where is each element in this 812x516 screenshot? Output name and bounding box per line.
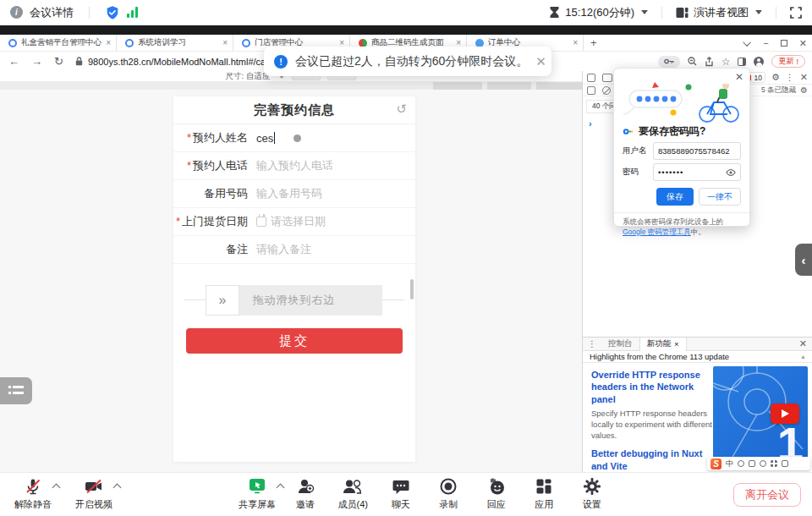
hourglass-timer-icon <box>549 6 560 19</box>
scrollbar-up-icon[interactable]: ▲ <box>800 354 806 360</box>
tab-close-icon[interactable]: × <box>573 38 578 47</box>
tab-close-icon[interactable]: × <box>674 339 679 349</box>
video-options-caret[interactable] <box>113 484 122 492</box>
tab-close-icon[interactable]: × <box>106 38 111 47</box>
tab-favicon <box>242 39 250 47</box>
form-row-phone[interactable]: *预约人电话 输入预约人电话 <box>173 152 415 180</box>
notification-close-icon[interactable]: ✕ <box>535 54 546 69</box>
bookmark-star-icon[interactable]: ☆ <box>721 56 731 68</box>
invite-button[interactable]: 邀请 <box>282 476 330 511</box>
username-label: 用户名 <box>623 145 648 156</box>
device-toolbar-icon[interactable] <box>602 74 612 82</box>
devtools-drawer: ⋮ 控制台 新功能× ✕ Highlights from the Chrome … <box>583 337 812 472</box>
members-button[interactable]: 成员(4) <box>329 476 377 511</box>
form-row-pickup-date[interactable]: *上门提货日期 请选择日期 <box>173 208 415 236</box>
never-save-button[interactable]: 一律不 <box>699 188 741 206</box>
required-star: * <box>187 159 191 172</box>
console-settings-icon[interactable]: ⚙ <box>800 86 808 95</box>
device-size-label[interactable]: 尺寸: 自适应 <box>226 71 271 82</box>
chat-button[interactable]: 聊天 <box>377 476 425 511</box>
settings-button[interactable]: 设置 <box>568 476 617 511</box>
side-panel-icon[interactable] <box>738 58 746 66</box>
slider-handle[interactable]: » <box>206 285 239 316</box>
start-video-button[interactable]: 开启视频 <box>69 476 118 511</box>
drawer-close-icon[interactable]: ✕ <box>793 338 812 349</box>
ime-settings-icon[interactable] <box>782 460 788 467</box>
timer-dropdown-icon[interactable] <box>641 10 648 14</box>
form-row-name[interactable]: *预约人姓名 ces <box>173 124 415 152</box>
view-mode-label[interactable]: 演讲者视图 <box>694 5 749 20</box>
ime-keyboard-icon[interactable] <box>749 460 755 467</box>
form-row-backup-number[interactable]: 备用号码 输入备用号码 <box>173 180 415 208</box>
chat-list-float-button[interactable] <box>0 377 32 404</box>
share-screen-button[interactable]: 共享屏幕 <box>233 476 282 511</box>
devtools-menu-icon[interactable]: ⋮ <box>786 73 794 82</box>
ime-skin-icon[interactable] <box>760 460 766 467</box>
mic-options-caret[interactable] <box>52 484 61 492</box>
console-sidebar-icon[interactable] <box>587 86 595 95</box>
network-signal-icon[interactable] <box>127 7 138 18</box>
profile-avatar-icon[interactable] <box>754 57 764 67</box>
share-icon[interactable] <box>705 57 714 67</box>
meeting-title[interactable]: 会议详情 <box>30 5 74 20</box>
form-row-remarks[interactable]: 备注 请输入备注 <box>173 236 415 264</box>
back-button[interactable]: ← <box>8 55 19 68</box>
record-icon <box>439 477 458 496</box>
password-key-icon[interactable] <box>658 56 680 68</box>
submit-button[interactable]: 提交 <box>186 328 403 354</box>
hidden-messages-label[interactable]: 5 条已隐藏 <box>761 85 796 96</box>
tab-close-icon[interactable]: × <box>222 38 228 47</box>
ime-grid-icon[interactable] <box>771 460 777 467</box>
backup-input-placeholder[interactable]: 输入备用号码 <box>256 186 322 201</box>
password-field[interactable]: ••••••• <box>653 163 741 181</box>
new-tab-button[interactable]: + <box>590 36 597 49</box>
phone-input-placeholder[interactable]: 输入预约人电话 <box>256 158 333 173</box>
date-picker-placeholder[interactable]: 请选择日期 <box>271 214 326 229</box>
undo-icon[interactable]: ↺ <box>396 102 407 117</box>
browser-tab-2[interactable]: 系统培训学习 × <box>117 35 233 52</box>
meeting-notification-toast: ! 会议已超过2人，自动转为60分钟限时会议。 ✕ <box>264 47 551 76</box>
ime-language-mode[interactable]: 中 <box>726 458 733 469</box>
password-manager-link[interactable]: Google 密码管理工具 <box>623 228 691 236</box>
meeting-info-icon[interactable]: i <box>10 6 23 19</box>
devtools-close-icon[interactable]: ✕ <box>800 72 808 83</box>
forward-button[interactable]: → <box>31 55 42 68</box>
close-window-button[interactable]: ✕ <box>799 38 807 49</box>
reload-button[interactable]: ↻ <box>54 55 63 68</box>
unmute-button[interactable]: 解除静音 <box>8 476 58 511</box>
tab-console[interactable]: 控制台 <box>601 338 639 351</box>
whats-new-link-1[interactable]: Override HTTP response headers in the Ne… <box>591 369 715 405</box>
apps-button[interactable]: 应用 <box>520 476 568 511</box>
page-scrollbar-thumb[interactable] <box>410 279 414 299</box>
clear-console-icon[interactable] <box>602 86 611 95</box>
record-button[interactable]: 录制 <box>425 476 473 511</box>
whats-new-link-2[interactable]: Better debugging in Nuxt and Vite <box>591 447 715 472</box>
maximize-button[interactable] <box>781 40 787 47</box>
google-key-icon <box>623 126 634 137</box>
reactions-button[interactable]: 回应 <box>473 476 521 511</box>
view-dropdown-icon[interactable] <box>755 10 762 14</box>
username-field[interactable]: 8385889075578462 <box>653 142 741 160</box>
drawer-menu-icon[interactable]: ⋮ <box>583 339 601 349</box>
save-password-button[interactable]: 保存 <box>656 188 694 206</box>
microphone-muted-icon <box>24 477 42 496</box>
sogou-logo-icon[interactable]: S <box>710 458 721 469</box>
ime-mic-icon[interactable] <box>738 460 744 467</box>
chrome-update-button[interactable]: 更新! <box>771 55 805 68</box>
name-input-value[interactable]: ces <box>256 132 273 145</box>
meeting-timer: 15:12(60分钟) <box>565 5 634 20</box>
zoom-icon[interactable] <box>688 57 697 66</box>
devtools-settings-icon[interactable]: ⚙ <box>771 73 780 82</box>
show-password-eye-icon[interactable] <box>726 167 736 178</box>
security-shield-icon[interactable] <box>105 5 120 20</box>
inspect-element-icon[interactable] <box>587 74 595 82</box>
browser-tab-1[interactable]: 礼盒营销平台管理中心 × <box>0 35 117 52</box>
tab-whats-new[interactable]: 新功能× <box>639 338 687 351</box>
slider-track[interactable]: 拖动滑块到右边 » <box>206 285 382 316</box>
expand-side-panel-tab[interactable]: ‹ <box>795 244 812 276</box>
fullscreen-icon[interactable] <box>790 7 802 19</box>
leave-meeting-button[interactable]: 离开会议 <box>733 483 801 507</box>
minimize-button[interactable]: − <box>763 38 768 48</box>
remarks-input-placeholder[interactable]: 请输入备注 <box>256 242 311 257</box>
dialog-close-icon[interactable]: ✕ <box>735 71 743 83</box>
